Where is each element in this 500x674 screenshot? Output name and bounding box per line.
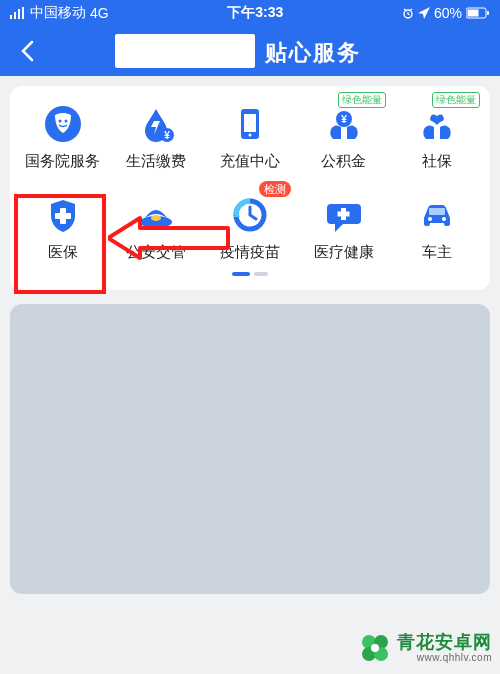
service-epidemic-vaccine[interactable]: 检测 疫情疫苗 — [203, 193, 297, 262]
service-medical-health[interactable]: 医疗健康 — [297, 193, 391, 262]
battery-label: 60% — [434, 5, 462, 21]
svg-point-28 — [428, 217, 432, 221]
signal-icon — [10, 7, 26, 19]
carrier-label: 中国移动 — [30, 4, 86, 22]
content-area: 国务院服务 ¥ 生活缴费 充值中心 绿色能量 ¥ 公积金 绿色能量 — [0, 76, 500, 604]
pager-dot — [254, 272, 268, 276]
svg-rect-0 — [10, 15, 12, 19]
service-label: 国务院服务 — [25, 152, 100, 171]
network-label: 4G — [90, 5, 109, 21]
service-label: 公积金 — [321, 152, 366, 171]
service-housing-fund[interactable]: 绿色能量 ¥ 公积金 — [297, 102, 391, 171]
svg-point-17 — [248, 134, 251, 137]
car-icon — [416, 194, 458, 236]
alarm-icon — [402, 7, 414, 19]
service-utilities[interactable]: ¥ 生活缴费 — [110, 102, 204, 171]
svg-rect-3 — [22, 7, 24, 19]
chevron-left-icon — [20, 40, 34, 62]
clock: 下午3:33 — [227, 4, 283, 22]
banner-placeholder[interactable] — [10, 304, 490, 594]
service-social-security[interactable]: 绿色能量 社保 — [390, 102, 484, 171]
location-icon — [418, 7, 430, 19]
service-recharge[interactable]: 充值中心 — [203, 102, 297, 171]
svg-rect-8 — [468, 10, 479, 17]
svg-line-5 — [404, 9, 406, 11]
clock-virus-icon — [229, 194, 271, 236]
services-card: 国务院服务 ¥ 生活缴费 充值中心 绿色能量 ¥ 公积金 绿色能量 — [10, 86, 490, 290]
back-button[interactable] — [12, 36, 42, 66]
page-indicator — [16, 272, 484, 276]
svg-rect-16 — [244, 114, 256, 132]
svg-point-11 — [58, 120, 61, 123]
service-label: 车主 — [422, 243, 452, 262]
service-police-traffic[interactable]: 公安交管 — [110, 193, 204, 262]
service-label: 医疗健康 — [314, 243, 374, 262]
watermark: 青花安卓网 www.qhhlv.com — [357, 630, 492, 666]
svg-text:¥: ¥ — [165, 130, 171, 141]
svg-line-6 — [410, 9, 412, 11]
service-label: 生活缴费 — [126, 152, 186, 171]
svg-rect-9 — [487, 11, 489, 15]
medical-shield-icon — [42, 194, 84, 236]
service-car-owner[interactable]: 车主 — [390, 193, 484, 262]
svg-rect-27 — [337, 212, 349, 217]
droplet-icon: ¥ — [135, 103, 177, 145]
service-label: 社保 — [422, 152, 452, 171]
watermark-sub: www.qhhlv.com — [397, 652, 492, 663]
service-label: 充值中心 — [220, 152, 280, 171]
service-label: 疫情疫苗 — [220, 243, 280, 262]
page-title: 贴心服务 — [265, 38, 361, 68]
svg-point-23 — [151, 215, 161, 221]
svg-rect-1 — [14, 12, 16, 19]
service-medical-insurance[interactable]: 医保 — [16, 193, 110, 262]
chat-cross-icon — [323, 194, 365, 236]
svg-text:¥: ¥ — [341, 114, 347, 125]
battery-icon — [466, 7, 490, 19]
svg-point-12 — [64, 120, 67, 123]
hands-heart-icon — [416, 103, 458, 145]
status-right: 60% — [402, 5, 490, 21]
svg-point-29 — [442, 217, 446, 221]
status-left: 中国移动 4G — [10, 4, 109, 22]
service-label: 医保 — [48, 243, 78, 262]
svg-rect-21 — [55, 213, 71, 219]
phone-icon — [229, 103, 271, 145]
hands-coin-icon: ¥ — [323, 103, 365, 145]
svg-rect-30 — [429, 208, 445, 215]
police-hat-icon — [135, 194, 177, 236]
title-mask — [115, 34, 255, 68]
service-label: 公安交管 — [126, 243, 186, 262]
svg-point-35 — [371, 644, 379, 652]
status-bar: 中国移动 4G 下午3:33 60% — [0, 0, 500, 26]
watermark-title: 青花安卓网 — [397, 633, 492, 653]
clover-icon — [357, 630, 393, 666]
pager-dot-active — [232, 272, 250, 276]
service-state-council[interactable]: 国务院服务 — [16, 102, 110, 171]
app-screen: 中国移动 4G 下午3:33 60% 贴心服务 国务院服务 — [0, 0, 500, 674]
shield-icon — [42, 103, 84, 145]
nav-bar: 贴心服务 — [0, 26, 500, 76]
svg-rect-2 — [18, 9, 20, 19]
services-grid: 国务院服务 ¥ 生活缴费 充值中心 绿色能量 ¥ 公积金 绿色能量 — [16, 102, 484, 262]
